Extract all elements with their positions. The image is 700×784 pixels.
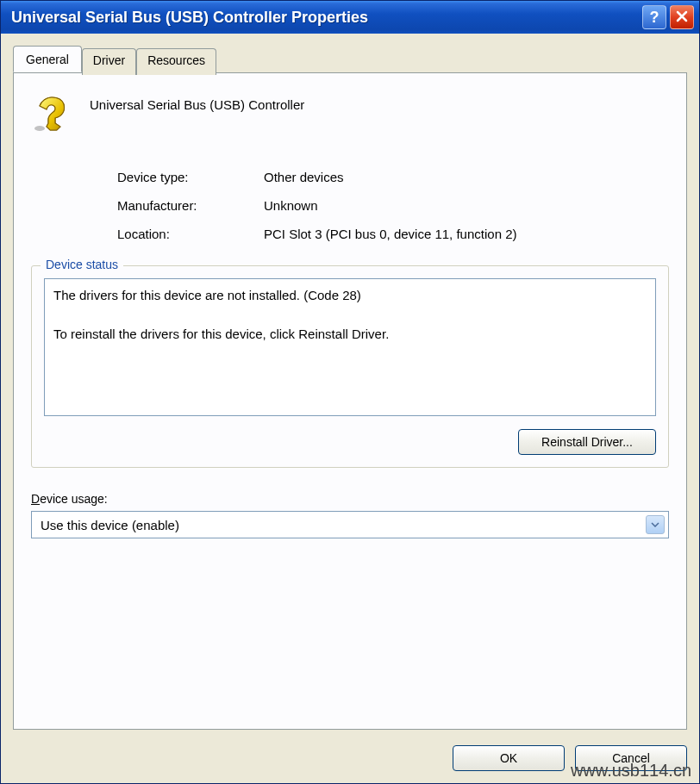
- device-name: Universal Serial Bus (USB) Controller: [90, 94, 304, 112]
- titlebar[interactable]: Universal Serial Bus (USB) Controller Pr…: [1, 1, 699, 34]
- reinstall-driver-button[interactable]: Reinstall Driver...: [518, 429, 656, 455]
- tab-driver[interactable]: Driver: [82, 48, 136, 75]
- tab-container: General Driver Resources: [13, 46, 687, 730]
- titlebar-buttons: ?: [642, 5, 694, 29]
- device-status-group: Device status Reinstall Driver...: [31, 265, 669, 468]
- device-header: Universal Serial Bus (USB) Controller: [31, 94, 669, 135]
- manufacturer-value: Unknown: [264, 198, 669, 213]
- device-usage-label: Device usage:: [31, 492, 669, 506]
- location-label: Location:: [117, 227, 264, 241]
- window-title: Universal Serial Bus (USB) Controller Pr…: [6, 9, 642, 27]
- close-icon: [676, 9, 688, 27]
- device-usage-section: Device usage: Use this device (enable): [31, 492, 669, 538]
- location-value: PCI Slot 3 (PCI bus 0, device 11, functi…: [264, 227, 669, 241]
- help-icon: ?: [650, 9, 659, 27]
- manufacturer-label: Manufacturer:: [117, 198, 264, 213]
- device-usage-selected: Use this device (enable): [41, 518, 179, 532]
- reinstall-row: Reinstall Driver...: [44, 429, 656, 455]
- device-status-legend: Device status: [41, 258, 123, 271]
- close-button[interactable]: [670, 5, 694, 29]
- device-status-text[interactable]: [44, 278, 656, 416]
- device-info-grid: Device type: Other devices Manufacturer:…: [117, 170, 669, 241]
- device-type-label: Device type:: [117, 170, 264, 184]
- properties-dialog: Universal Serial Bus (USB) Controller Pr…: [0, 0, 700, 784]
- tab-panel-general: Universal Serial Bus (USB) Controller De…: [13, 72, 687, 730]
- device-type-value: Other devices: [264, 170, 669, 184]
- tab-resources[interactable]: Resources: [136, 48, 216, 75]
- device-usage-dropdown[interactable]: Use this device (enable): [31, 511, 669, 538]
- tab-row: General Driver Resources: [13, 46, 687, 72]
- help-button[interactable]: ?: [642, 5, 666, 29]
- tab-general[interactable]: General: [13, 46, 82, 72]
- cancel-button[interactable]: Cancel: [575, 745, 687, 771]
- question-mark-icon: [31, 94, 72, 135]
- dialog-footer: OK Cancel: [13, 730, 687, 771]
- chevron-down-icon: [646, 515, 665, 534]
- svg-point-0: [34, 126, 45, 131]
- dialog-body: General Driver Resources: [1, 34, 699, 783]
- ok-button[interactable]: OK: [453, 745, 565, 771]
